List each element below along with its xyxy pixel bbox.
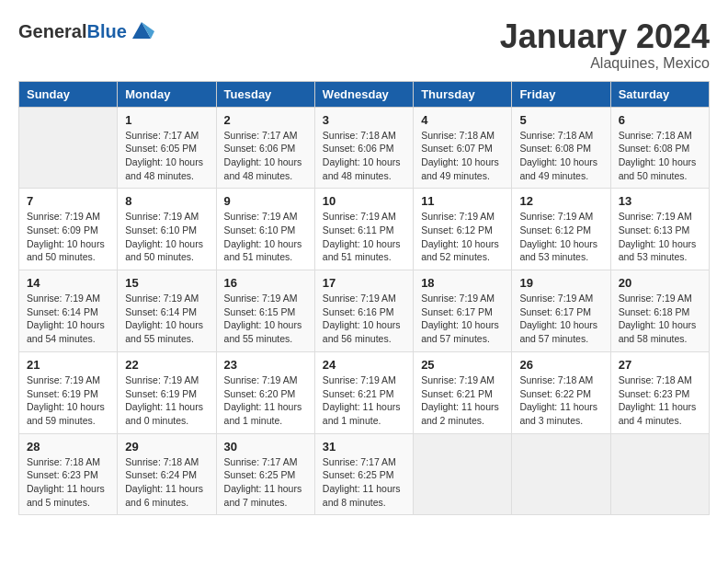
day-info: Sunrise: 7:19 AM Sunset: 6:17 PM Dayligh… — [519, 292, 602, 346]
day-number: 5 — [519, 113, 602, 127]
calendar-cell: 14Sunrise: 7:19 AM Sunset: 6:14 PM Dayli… — [19, 270, 118, 352]
day-info: Sunrise: 7:18 AM Sunset: 6:24 PM Dayligh… — [125, 455, 208, 510]
day-info: Sunrise: 7:19 AM Sunset: 6:12 PM Dayligh… — [519, 210, 602, 264]
logo-blue: Blue — [86, 21, 126, 41]
day-number: 17 — [323, 276, 405, 290]
day-info: Sunrise: 7:19 AM Sunset: 6:10 PM Dayligh… — [125, 210, 208, 264]
calendar-cell: 3Sunrise: 7:18 AM Sunset: 6:06 PM Daylig… — [314, 107, 413, 189]
day-info: Sunrise: 7:17 AM Sunset: 6:25 PM Dayligh… — [323, 455, 405, 510]
day-info: Sunrise: 7:18 AM Sunset: 6:23 PM Dayligh… — [619, 373, 701, 428]
day-number: 7 — [27, 194, 109, 208]
day-number: 25 — [421, 358, 504, 372]
calendar-week-row: 14Sunrise: 7:19 AM Sunset: 6:14 PM Dayli… — [19, 270, 710, 352]
calendar-header-row: SundayMondayTuesdayWednesdayThursdayFrid… — [19, 81, 710, 107]
day-info: Sunrise: 7:19 AM Sunset: 6:11 PM Dayligh… — [323, 210, 405, 264]
calendar-week-row: 7Sunrise: 7:19 AM Sunset: 6:09 PM Daylig… — [19, 189, 710, 270]
day-number: 15 — [125, 276, 208, 290]
calendar-week-row: 21Sunrise: 7:19 AM Sunset: 6:19 PM Dayli… — [19, 351, 710, 433]
column-header-friday: Friday — [512, 81, 610, 107]
day-info: Sunrise: 7:18 AM Sunset: 6:07 PM Dayligh… — [421, 129, 504, 183]
day-number: 21 — [27, 358, 109, 372]
day-info: Sunrise: 7:19 AM Sunset: 6:13 PM Dayligh… — [619, 210, 701, 264]
day-info: Sunrise: 7:19 AM Sunset: 6:20 PM Dayligh… — [224, 373, 307, 428]
day-number: 20 — [619, 276, 701, 290]
day-info: Sunrise: 7:18 AM Sunset: 6:22 PM Dayligh… — [519, 373, 602, 428]
logo: GeneralBlue — [18, 18, 154, 44]
calendar-cell — [610, 433, 709, 515]
day-number: 23 — [224, 358, 307, 372]
column-header-tuesday: Tuesday — [216, 81, 314, 107]
day-number: 16 — [224, 276, 307, 290]
calendar-cell: 7Sunrise: 7:19 AM Sunset: 6:09 PM Daylig… — [19, 189, 118, 270]
calendar-cell: 21Sunrise: 7:19 AM Sunset: 6:19 PM Dayli… — [19, 351, 118, 433]
calendar-cell: 6Sunrise: 7:18 AM Sunset: 6:08 PM Daylig… — [610, 107, 709, 189]
calendar-cell: 13Sunrise: 7:19 AM Sunset: 6:13 PM Dayli… — [610, 189, 709, 270]
column-header-wednesday: Wednesday — [314, 81, 413, 107]
calendar-cell: 19Sunrise: 7:19 AM Sunset: 6:17 PM Dayli… — [512, 270, 610, 352]
column-header-thursday: Thursday — [414, 81, 512, 107]
day-number: 30 — [224, 440, 307, 454]
day-info: Sunrise: 7:17 AM Sunset: 6:05 PM Dayligh… — [125, 129, 208, 183]
calendar-cell: 17Sunrise: 7:19 AM Sunset: 6:16 PM Dayli… — [314, 270, 413, 352]
day-number: 4 — [421, 113, 504, 127]
calendar-cell: 28Sunrise: 7:18 AM Sunset: 6:23 PM Dayli… — [19, 433, 118, 515]
day-number: 9 — [224, 194, 307, 208]
day-number: 11 — [421, 194, 504, 208]
title-block: January 2024 Alaquines, Mexico — [500, 18, 710, 72]
day-info: Sunrise: 7:18 AM Sunset: 6:06 PM Dayligh… — [323, 129, 405, 183]
calendar-cell: 23Sunrise: 7:19 AM Sunset: 6:20 PM Dayli… — [216, 351, 314, 433]
calendar-cell: 24Sunrise: 7:19 AM Sunset: 6:21 PM Dayli… — [314, 351, 413, 433]
day-number: 10 — [323, 194, 405, 208]
day-number: 26 — [519, 358, 602, 372]
day-number: 19 — [519, 276, 602, 290]
day-number: 28 — [27, 440, 109, 454]
day-number: 8 — [125, 194, 208, 208]
calendar-cell: 11Sunrise: 7:19 AM Sunset: 6:12 PM Dayli… — [414, 189, 512, 270]
calendar-table: SundayMondayTuesdayWednesdayThursdayFrid… — [18, 81, 710, 516]
column-header-monday: Monday — [118, 81, 216, 107]
calendar-cell: 10Sunrise: 7:19 AM Sunset: 6:11 PM Dayli… — [314, 189, 413, 270]
calendar-cell: 30Sunrise: 7:17 AM Sunset: 6:25 PM Dayli… — [216, 433, 314, 515]
day-info: Sunrise: 7:19 AM Sunset: 6:16 PM Dayligh… — [323, 292, 405, 346]
day-info: Sunrise: 7:19 AM Sunset: 6:14 PM Dayligh… — [125, 292, 208, 346]
calendar-cell: 26Sunrise: 7:18 AM Sunset: 6:22 PM Dayli… — [512, 351, 610, 433]
calendar-cell: 2Sunrise: 7:17 AM Sunset: 6:06 PM Daylig… — [216, 107, 314, 189]
day-number: 31 — [323, 440, 405, 454]
page-header: GeneralBlue January 2024 Alaquines, Mexi… — [18, 18, 710, 72]
day-number: 12 — [519, 194, 602, 208]
day-number: 24 — [323, 358, 405, 372]
calendar-cell — [512, 433, 610, 515]
day-info: Sunrise: 7:18 AM Sunset: 6:23 PM Dayligh… — [27, 455, 109, 510]
calendar-cell: 16Sunrise: 7:19 AM Sunset: 6:15 PM Dayli… — [216, 270, 314, 352]
logo-icon — [129, 18, 154, 44]
day-info: Sunrise: 7:19 AM Sunset: 6:10 PM Dayligh… — [224, 210, 307, 264]
logo-general: General — [18, 21, 86, 41]
calendar-body: 1Sunrise: 7:17 AM Sunset: 6:05 PM Daylig… — [19, 107, 710, 515]
calendar-cell: 15Sunrise: 7:19 AM Sunset: 6:14 PM Dayli… — [118, 270, 216, 352]
calendar-cell — [19, 107, 118, 189]
day-info: Sunrise: 7:19 AM Sunset: 6:19 PM Dayligh… — [27, 373, 109, 428]
day-number: 2 — [224, 113, 307, 127]
calendar-cell: 1Sunrise: 7:17 AM Sunset: 6:05 PM Daylig… — [118, 107, 216, 189]
calendar-cell: 25Sunrise: 7:19 AM Sunset: 6:21 PM Dayli… — [414, 351, 512, 433]
day-number: 13 — [619, 194, 701, 208]
day-info: Sunrise: 7:19 AM Sunset: 6:19 PM Dayligh… — [125, 373, 208, 428]
calendar-cell: 22Sunrise: 7:19 AM Sunset: 6:19 PM Dayli… — [118, 351, 216, 433]
day-info: Sunrise: 7:19 AM Sunset: 6:17 PM Dayligh… — [421, 292, 504, 346]
calendar-cell: 5Sunrise: 7:18 AM Sunset: 6:08 PM Daylig… — [512, 107, 610, 189]
calendar-cell: 4Sunrise: 7:18 AM Sunset: 6:07 PM Daylig… — [414, 107, 512, 189]
day-info: Sunrise: 7:17 AM Sunset: 6:06 PM Dayligh… — [224, 129, 307, 183]
day-number: 27 — [619, 358, 701, 372]
calendar-cell: 31Sunrise: 7:17 AM Sunset: 6:25 PM Dayli… — [314, 433, 413, 515]
day-info: Sunrise: 7:18 AM Sunset: 6:08 PM Dayligh… — [519, 129, 602, 183]
calendar-cell: 29Sunrise: 7:18 AM Sunset: 6:24 PM Dayli… — [118, 433, 216, 515]
day-number: 22 — [125, 358, 208, 372]
day-number: 29 — [125, 440, 208, 454]
calendar-cell: 27Sunrise: 7:18 AM Sunset: 6:23 PM Dayli… — [610, 351, 709, 433]
calendar-week-row: 1Sunrise: 7:17 AM Sunset: 6:05 PM Daylig… — [19, 107, 710, 189]
month-title: January 2024 — [500, 18, 710, 55]
day-number: 18 — [421, 276, 504, 290]
day-info: Sunrise: 7:19 AM Sunset: 6:18 PM Dayligh… — [619, 292, 701, 346]
day-info: Sunrise: 7:19 AM Sunset: 6:21 PM Dayligh… — [421, 373, 504, 428]
day-info: Sunrise: 7:17 AM Sunset: 6:25 PM Dayligh… — [224, 455, 307, 510]
